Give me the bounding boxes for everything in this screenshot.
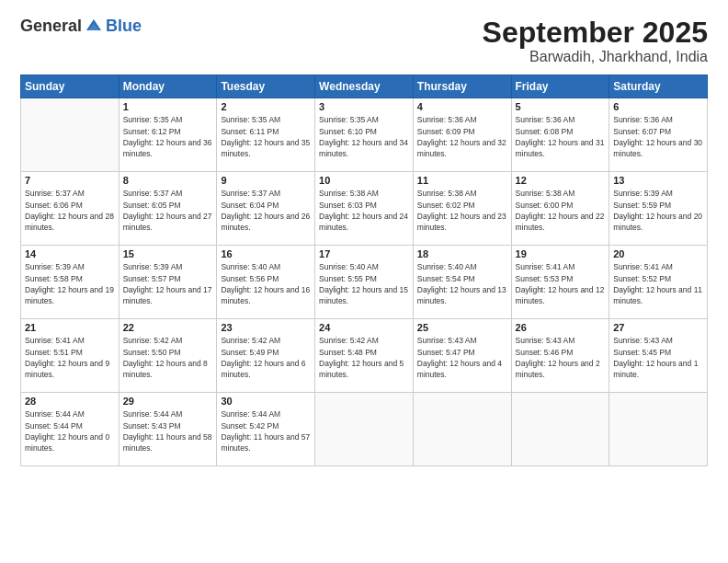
table-row: 25Sunrise: 5:43 AMSunset: 5:47 PMDayligh… xyxy=(413,319,511,393)
cell-info: Sunrise: 5:43 AMSunset: 5:46 PMDaylight:… xyxy=(516,335,606,380)
cell-info: Sunrise: 5:37 AMSunset: 6:04 PMDaylight:… xyxy=(221,188,311,233)
day-number: 16 xyxy=(221,248,311,259)
day-number: 29 xyxy=(123,396,213,407)
cell-info: Sunrise: 5:42 AMSunset: 5:50 PMDaylight:… xyxy=(123,335,213,380)
day-number: 24 xyxy=(319,322,409,333)
day-number: 2 xyxy=(221,101,311,112)
table-row: 8Sunrise: 5:37 AMSunset: 6:05 PMDaylight… xyxy=(119,172,217,246)
col-thursday: Thursday xyxy=(413,75,511,98)
table-row xyxy=(413,393,511,466)
cell-info: Sunrise: 5:42 AMSunset: 5:48 PMDaylight:… xyxy=(319,335,409,380)
cell-info: Sunrise: 5:44 AMSunset: 5:42 PMDaylight:… xyxy=(221,408,311,454)
col-saturday: Saturday xyxy=(609,75,708,98)
table-row: 13Sunrise: 5:39 AMSunset: 5:59 PMDayligh… xyxy=(609,172,708,246)
cell-info: Sunrise: 5:40 AMSunset: 5:54 PMDaylight:… xyxy=(417,261,507,306)
day-number: 11 xyxy=(417,175,507,186)
day-number: 6 xyxy=(613,101,703,112)
calendar-table: Sunday Monday Tuesday Wednesday Thursday… xyxy=(20,75,708,466)
table-row: 1Sunrise: 5:35 AMSunset: 6:12 PMDaylight… xyxy=(119,98,217,172)
table-row: 30Sunrise: 5:44 AMSunset: 5:42 PMDayligh… xyxy=(217,393,315,466)
day-number: 10 xyxy=(319,175,409,186)
cell-info: Sunrise: 5:35 AMSunset: 6:10 PMDaylight:… xyxy=(319,114,409,159)
cell-info: Sunrise: 5:41 AMSunset: 5:51 PMDaylight:… xyxy=(25,335,115,380)
cell-info: Sunrise: 5:38 AMSunset: 6:03 PMDaylight:… xyxy=(319,188,409,233)
cell-info: Sunrise: 5:37 AMSunset: 6:05 PMDaylight:… xyxy=(123,188,213,233)
table-row: 26Sunrise: 5:43 AMSunset: 5:46 PMDayligh… xyxy=(511,319,609,393)
day-number: 17 xyxy=(319,248,409,259)
table-row: 18Sunrise: 5:40 AMSunset: 5:54 PMDayligh… xyxy=(413,246,511,319)
table-row xyxy=(609,393,708,466)
cell-info: Sunrise: 5:43 AMSunset: 5:47 PMDaylight:… xyxy=(417,335,507,380)
cell-info: Sunrise: 5:40 AMSunset: 5:55 PMDaylight:… xyxy=(319,261,409,306)
col-wednesday: Wednesday xyxy=(315,75,414,98)
col-tuesday: Tuesday xyxy=(217,75,315,98)
cell-info: Sunrise: 5:38 AMSunset: 6:00 PMDaylight:… xyxy=(516,188,606,233)
table-row: 3Sunrise: 5:35 AMSunset: 6:10 PMDaylight… xyxy=(315,98,414,172)
table-row: 15Sunrise: 5:39 AMSunset: 5:57 PMDayligh… xyxy=(119,246,217,319)
logo-icon xyxy=(85,17,103,36)
day-number: 14 xyxy=(25,248,115,259)
cell-info: Sunrise: 5:39 AMSunset: 5:58 PMDaylight:… xyxy=(25,261,115,306)
table-row: 19Sunrise: 5:41 AMSunset: 5:53 PMDayligh… xyxy=(511,246,609,319)
table-row: 24Sunrise: 5:42 AMSunset: 5:48 PMDayligh… xyxy=(315,319,414,393)
table-row: 5Sunrise: 5:36 AMSunset: 6:08 PMDaylight… xyxy=(511,98,609,172)
table-row xyxy=(315,393,414,466)
table-row: 12Sunrise: 5:38 AMSunset: 6:00 PMDayligh… xyxy=(511,172,609,246)
table-row: 17Sunrise: 5:40 AMSunset: 5:55 PMDayligh… xyxy=(315,246,414,319)
day-number: 4 xyxy=(417,101,507,112)
table-row: 11Sunrise: 5:38 AMSunset: 6:02 PMDayligh… xyxy=(413,172,511,246)
table-row: 14Sunrise: 5:39 AMSunset: 5:58 PMDayligh… xyxy=(21,246,119,319)
cell-info: Sunrise: 5:39 AMSunset: 5:57 PMDaylight:… xyxy=(123,261,213,306)
table-row: 29Sunrise: 5:44 AMSunset: 5:43 PMDayligh… xyxy=(119,393,217,466)
table-row: 6Sunrise: 5:36 AMSunset: 6:07 PMDaylight… xyxy=(609,98,708,172)
table-row: 21Sunrise: 5:41 AMSunset: 5:51 PMDayligh… xyxy=(21,319,119,393)
day-number: 28 xyxy=(25,396,115,407)
table-row: 10Sunrise: 5:38 AMSunset: 6:03 PMDayligh… xyxy=(315,172,414,246)
cell-info: Sunrise: 5:44 AMSunset: 5:44 PMDaylight:… xyxy=(25,408,115,454)
cell-info: Sunrise: 5:35 AMSunset: 6:11 PMDaylight:… xyxy=(221,114,311,159)
day-number: 5 xyxy=(516,101,606,112)
table-row: 7Sunrise: 5:37 AMSunset: 6:06 PMDaylight… xyxy=(21,172,119,246)
logo-blue: Blue xyxy=(106,17,142,36)
day-number: 25 xyxy=(417,322,507,333)
day-number: 13 xyxy=(613,175,703,186)
day-number: 7 xyxy=(25,175,115,186)
cell-info: Sunrise: 5:38 AMSunset: 6:02 PMDaylight:… xyxy=(417,188,507,233)
cell-info: Sunrise: 5:36 AMSunset: 6:07 PMDaylight:… xyxy=(613,114,703,159)
cell-info: Sunrise: 5:37 AMSunset: 6:06 PMDaylight:… xyxy=(25,188,115,233)
day-number: 21 xyxy=(25,322,115,333)
cell-info: Sunrise: 5:40 AMSunset: 5:56 PMDaylight:… xyxy=(221,261,311,306)
table-row: 20Sunrise: 5:41 AMSunset: 5:52 PMDayligh… xyxy=(609,246,708,319)
cell-info: Sunrise: 5:42 AMSunset: 5:49 PMDaylight:… xyxy=(221,335,311,380)
cell-info: Sunrise: 5:36 AMSunset: 6:09 PMDaylight:… xyxy=(417,114,507,159)
day-number: 20 xyxy=(613,248,703,259)
table-row: 16Sunrise: 5:40 AMSunset: 5:56 PMDayligh… xyxy=(217,246,315,319)
title-block: September 2025 Barwadih, Jharkhand, Indi… xyxy=(483,17,708,65)
table-row: 28Sunrise: 5:44 AMSunset: 5:44 PMDayligh… xyxy=(21,393,119,466)
day-number: 1 xyxy=(123,101,213,112)
table-row xyxy=(511,393,609,466)
day-number: 19 xyxy=(516,248,606,259)
day-number: 30 xyxy=(221,396,311,407)
calendar-header-row: Sunday Monday Tuesday Wednesday Thursday… xyxy=(21,75,708,98)
cell-info: Sunrise: 5:36 AMSunset: 6:08 PMDaylight:… xyxy=(516,114,606,159)
table-row xyxy=(21,98,119,172)
location-title: Barwadih, Jharkhand, India xyxy=(483,49,708,65)
day-number: 18 xyxy=(417,248,507,259)
cell-info: Sunrise: 5:41 AMSunset: 5:53 PMDaylight:… xyxy=(516,261,606,306)
day-number: 23 xyxy=(221,322,311,333)
cell-info: Sunrise: 5:41 AMSunset: 5:52 PMDaylight:… xyxy=(613,261,703,306)
cell-info: Sunrise: 5:44 AMSunset: 5:43 PMDaylight:… xyxy=(123,408,213,454)
col-friday: Friday xyxy=(511,75,609,98)
day-number: 26 xyxy=(516,322,606,333)
day-number: 12 xyxy=(516,175,606,186)
col-sunday: Sunday xyxy=(21,75,119,98)
table-row: 23Sunrise: 5:42 AMSunset: 5:49 PMDayligh… xyxy=(217,319,315,393)
day-number: 15 xyxy=(123,248,213,259)
logo-general: General xyxy=(20,17,82,36)
cell-info: Sunrise: 5:39 AMSunset: 5:59 PMDaylight:… xyxy=(613,188,703,233)
day-number: 8 xyxy=(123,175,213,186)
cell-info: Sunrise: 5:43 AMSunset: 5:45 PMDaylight:… xyxy=(613,335,703,380)
logo: General Blue xyxy=(20,17,142,36)
day-number: 22 xyxy=(123,322,213,333)
